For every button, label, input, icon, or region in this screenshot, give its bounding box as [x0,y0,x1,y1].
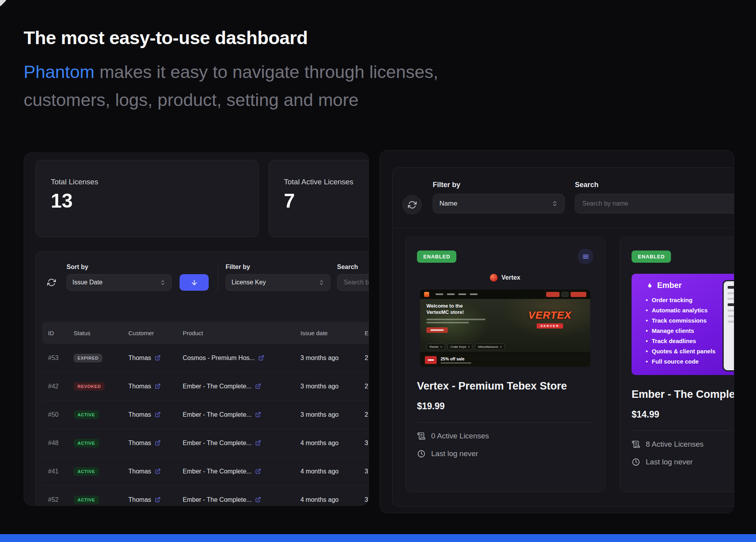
column-header-issue-date: Issue date [300,330,365,336]
licenses-table-card: Sort by Issue Date Filter by License Key [35,251,369,506]
page: The most easy-to-use dashboard Phantom m… [0,0,756,542]
license-id: #48 [48,440,74,447]
table-row: #52 ACTIVE Thomas Ember - The Complete..… [42,486,369,506]
licenses-dashboard-panel: Total Licenses 13 Total Active Licenses … [24,152,369,506]
active-licenses-row: 0 Active Licenses [417,432,593,440]
refresh-button[interactable] [402,195,422,214]
external-link-icon [255,468,261,474]
ember-product-image: Ember Order tracking Automatic analytics… [632,274,734,375]
external-link-icon [255,497,261,503]
license-search-input[interactable] [337,274,369,291]
filter-by-label: Filter by [433,181,460,189]
card-divider [417,422,593,423]
name-filter-select[interactable]: Name [433,194,565,213]
sort-direction-button[interactable] [180,274,209,291]
menu-icon [582,253,589,260]
storefront-navbar [420,290,590,299]
customer-name: Thomas [128,355,151,362]
stat-card-total-active-licenses: Total Active Licenses 7 [269,160,369,237]
customer-name: Thomas [128,496,151,503]
status-badge: ACTIVE [74,467,99,476]
issue-date: 3 months ago [300,383,365,390]
chevron-updown-icon [552,200,558,207]
product-price: $19.99 [417,401,593,412]
storefront-cta-button [426,327,448,333]
customer-link[interactable]: Thomas [128,383,183,390]
table-row: #50 ACTIVE Thomas Ember - The Complete..… [42,401,369,429]
vertex-logo-icon [490,274,498,282]
clock-icon [632,458,640,466]
product-link[interactable]: Ember - The Complete... [183,383,300,390]
issue-date: 4 months ago [300,440,365,447]
stat-value: 7 [284,189,369,212]
status-badge: EXPIRED [74,354,102,362]
license-id: #42 [48,383,74,390]
license-id: #53 [48,355,74,362]
corner-artifact [0,0,7,7]
external-link-icon [155,497,161,503]
customer-link[interactable]: Thomas [128,440,183,447]
brand-name: Phantom [24,62,94,82]
feature-item: Full source code [646,356,734,366]
last-log-row: Last log never [632,458,734,466]
product-name: Ember - The Complete... [183,383,252,390]
customer-link[interactable]: Thomas [128,468,183,475]
product-title: Ember - The Complete [632,388,734,401]
placeholder-text-bars [426,319,515,323]
product-link[interactable]: Cosmos - Premium Hos... [183,355,300,362]
sort-by-select[interactable]: Issue Date [67,274,172,291]
filter-by-select[interactable]: License Key [226,274,330,291]
table-row: #53 EXPIRED Thomas Cosmos - Premium Hos.… [42,344,369,372]
page-subtitle: Phantom makes it easy to navigate throug… [24,58,488,114]
customer-name: Thomas [128,440,151,447]
status-badge: ACTIVE [74,439,99,447]
external-link-icon [258,355,264,361]
last-log-row: Last log never [417,449,593,458]
license-id: #52 [48,496,74,503]
product-link[interactable]: Ember - The Complete... [183,440,300,447]
vertex-logo: Vertex [417,274,593,282]
license-id: #50 [48,411,74,418]
stat-label: Total Active Licenses [284,178,369,186]
product-link[interactable]: Ember - The Complete... [183,496,300,503]
customer-name: Thomas [128,383,151,390]
product-link[interactable]: Ember - The Complete... [183,411,300,418]
status-badge: ACTIVE [74,496,99,504]
active-licenses-row: 8 Active Licenses [632,440,734,449]
product-name: Ember - The Complete... [183,496,252,503]
flame-icon [646,282,654,290]
filter-by-value: License Key [232,279,266,286]
product-name: Ember - The Complete... [183,440,252,447]
product-search-input[interactable] [575,194,734,213]
refresh-button[interactable] [44,275,59,290]
external-link-icon [255,412,261,418]
expiry-date: 2 [365,355,369,362]
expiry-date: 3 [365,468,369,475]
column-header-status: Status [74,330,128,336]
storefront-nav-links [435,293,478,295]
storefront-welcome-text: Welcome to the VertexMC store! [426,303,515,316]
chevron-updown-icon [160,280,166,286]
column-header-id: ID [48,330,74,336]
external-link-icon [155,355,161,361]
storefront-promo-strip: 25% off sale [420,353,590,367]
feature-item: Automatic analytics [646,305,734,315]
feature-item: Quotes & client panels [646,346,734,356]
feature-item: Manage clients [646,325,734,336]
customer-link[interactable]: Thomas [128,496,183,503]
product-name: Ember - The Complete... [183,411,252,418]
ember-feature-list: Order tracking Automatic analytics Track… [646,295,734,366]
product-link[interactable]: Ember - The Complete... [183,468,300,475]
promo-logo-box [425,356,437,364]
customer-link[interactable]: Thomas [128,411,183,418]
table-header-row: ID Status Customer Product Issue date E [42,322,369,344]
storefront-category-tabs: Ranks Crate Keys Miscellaneous [426,343,505,350]
card-menu-button[interactable] [578,249,593,264]
customer-link[interactable]: Thomas [128,355,183,362]
enabled-badge: ENABLED [417,251,456,263]
chevron-updown-icon [319,280,324,286]
column-header-customer: Customer [128,330,183,336]
sort-by-value: Issue Date [72,279,102,286]
issue-date: 3 months ago [300,355,365,362]
vertex-server-logo: VERTEX SERVER [528,309,572,329]
